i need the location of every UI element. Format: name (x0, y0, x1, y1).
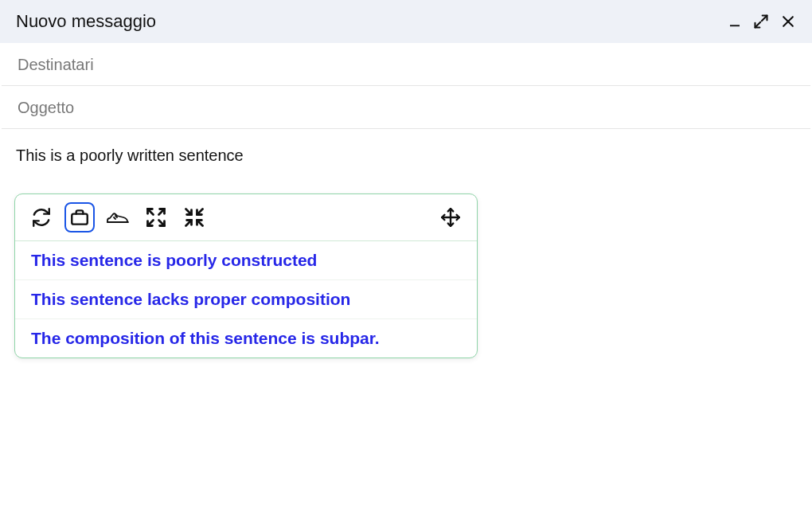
body-text: This is a poorly written sentence (16, 147, 796, 165)
compose-header: Nuovo messaggio (0, 0, 812, 43)
refresh-icon[interactable] (26, 202, 57, 233)
expand-arrows-icon[interactable] (141, 202, 171, 233)
svg-rect-5 (72, 214, 88, 225)
minimize-icon[interactable] (728, 14, 742, 29)
suggestion-toolbar (15, 194, 477, 241)
briefcase-icon[interactable] (64, 202, 95, 233)
compose-title: Nuovo messaggio (16, 11, 156, 32)
shoe-icon[interactable] (103, 202, 133, 233)
expand-icon[interactable] (753, 14, 769, 29)
suggestion-list: This sentence is poorly constructed This… (15, 241, 477, 358)
recipients-row (2, 43, 810, 86)
compose-body[interactable]: This is a poorly written sentence (0, 129, 812, 182)
collapse-arrows-icon[interactable] (179, 202, 209, 233)
subject-row (2, 86, 810, 129)
window-controls (728, 14, 796, 29)
suggestion-panel: This sentence is poorly constructed This… (14, 193, 478, 358)
recipients-input[interactable] (18, 56, 794, 74)
subject-input[interactable] (18, 99, 794, 117)
move-icon[interactable] (435, 202, 466, 233)
suggestion-item[interactable]: This sentence lacks proper composition (15, 280, 477, 319)
suggestion-item[interactable]: The composition of this sentence is subp… (15, 319, 477, 358)
suggestion-item[interactable]: This sentence is poorly constructed (15, 241, 477, 280)
close-icon[interactable] (780, 14, 796, 29)
